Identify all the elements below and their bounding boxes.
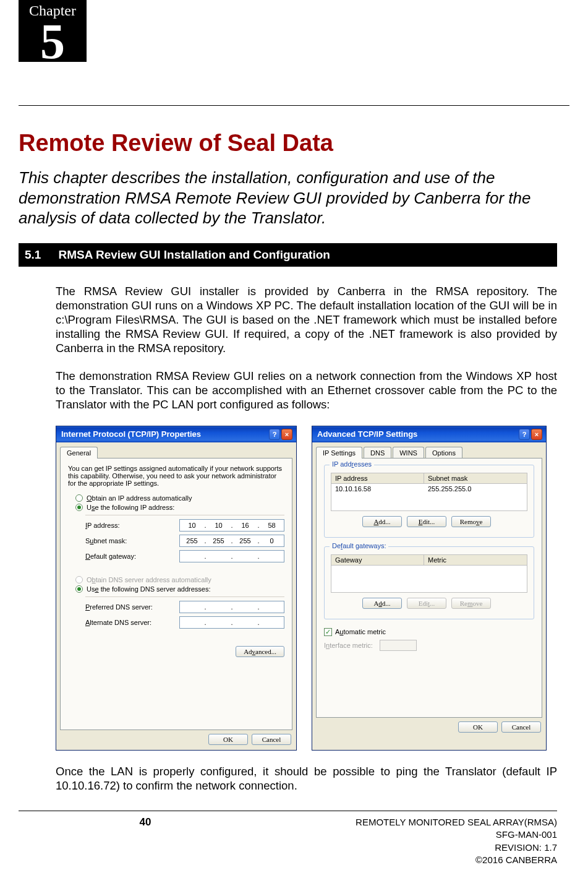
subnet-mask-input[interactable]: 255. 255. 255. 0 [179,535,284,547]
radio-icon [75,585,83,593]
tcpip-title: Internet Protocol (TCP/IP) Properties [61,429,201,439]
radio-use-ip[interactable]: Use the following IP address: [75,504,284,511]
alternate-dns-input[interactable]: ... [179,616,284,629]
edit-button[interactable]: Edit... [407,516,446,527]
default-gateway-input[interactable]: ... [179,550,284,562]
help-icon[interactable]: ? [269,429,280,440]
interface-metric-input [380,640,417,651]
cancel-button[interactable]: Cancel [501,721,541,733]
chapter-number: 5 [19,19,87,62]
tab-dns[interactable]: DNS [364,447,391,458]
automatic-metric-checkbox[interactable]: ✓ Automatic metric [324,628,534,636]
interface-metric-row: Interface metric: [324,640,534,651]
page-number: 40 [19,816,272,866]
section-title: RMSA Review GUI Installation and Configu… [58,248,330,262]
footer-line-4: ©2016 CANBERRA [272,854,557,866]
tcpip-titlebar: Internet Protocol (TCP/IP) Properties ? … [56,426,296,442]
footer-line-3: REVISION: 1.7 [272,842,557,854]
chapter-badge: Chapter 5 [19,0,87,62]
radio-obtain-ip[interactable]: Obtain an IP address automatically [75,494,284,502]
advanced-titlebar: Advanced TCP/IP Settings ? × [312,426,546,442]
cancel-button[interactable]: Cancel [252,734,291,745]
section-header: 5.1 RMSA Review GUI Installation and Con… [19,243,557,267]
radio-icon [75,494,83,502]
help-icon[interactable]: ? [519,429,530,440]
tcpip-properties-dialog: Internet Protocol (TCP/IP) Properties ? … [56,426,297,751]
top-rule [19,105,569,106]
close-icon[interactable]: × [531,429,542,440]
ok-button[interactable]: OK [208,734,248,745]
advanced-tcpip-dialog: Advanced TCP/IP Settings ? × IP Settings… [312,426,547,751]
tab-ip-settings[interactable]: IP Settings [316,447,362,458]
paragraph-2: The demonstration RMSA Review GUI relies… [56,369,557,411]
radio-icon [75,576,83,583]
footer-line-1: REMOTELY MONITORED SEAL ARRAY(RMSA) [272,816,557,829]
list-item[interactable]: 10.10.16.58 255.255.255.0 [331,484,527,494]
close-icon[interactable]: × [281,429,292,440]
radio-obtain-dns: Obtain DNS server address automatically [75,576,284,583]
advanced-title: Advanced TCP/IP Settings [317,429,417,439]
radio-icon [75,504,83,511]
chapter-intro: This chapter describes the installation,… [19,168,557,228]
col-ip-address: IP address [331,473,424,483]
page-title: Remote Review of Seal Data [19,130,557,157]
ok-button[interactable]: OK [458,721,498,733]
radio-use-dns[interactable]: Use the following DNS server addresses: [75,585,284,593]
add-button[interactable]: Add... [362,598,402,609]
preferred-dns-input[interactable]: ... [179,601,284,613]
ip-address-input[interactable]: 10. 10. 16. 58 [179,519,284,532]
paragraph-1: The RMSA Review GUI installer is provide… [56,284,557,356]
paragraph-3: Once the LAN is properly configured, it … [56,764,557,793]
tcpip-desc: You can get IP settings assigned automat… [68,465,284,487]
remove-button[interactable]: Remove [451,516,491,527]
col-subnet-mask: Subnet mask [424,473,527,483]
edit-button: Edit... [407,598,446,609]
checkbox-icon: ✓ [324,628,332,636]
radio-obtain-ip-label: btain an IP address automatically [92,494,192,502]
tab-wins[interactable]: WINS [393,447,424,458]
page-footer: 40 REMOTELY MONITORED SEAL ARRAY(RMSA) S… [19,811,557,866]
remove-button: Remove [451,598,491,609]
tab-general[interactable]: General [60,447,98,458]
default-gateways-group: Default gateways: Gateway Metric Add... … [324,546,534,619]
add-button[interactable]: Add... [362,516,402,527]
section-number: 5.1 [25,248,41,262]
ip-addresses-group: IP addresses IP address Subnet mask 10.1… [324,465,534,538]
advanced-button[interactable]: Advanced... [236,646,284,657]
col-gateway: Gateway [331,555,424,565]
footer-line-2: SFG-MAN-001 [272,829,557,841]
tab-options[interactable]: Options [425,447,462,458]
col-metric: Metric [424,555,527,565]
